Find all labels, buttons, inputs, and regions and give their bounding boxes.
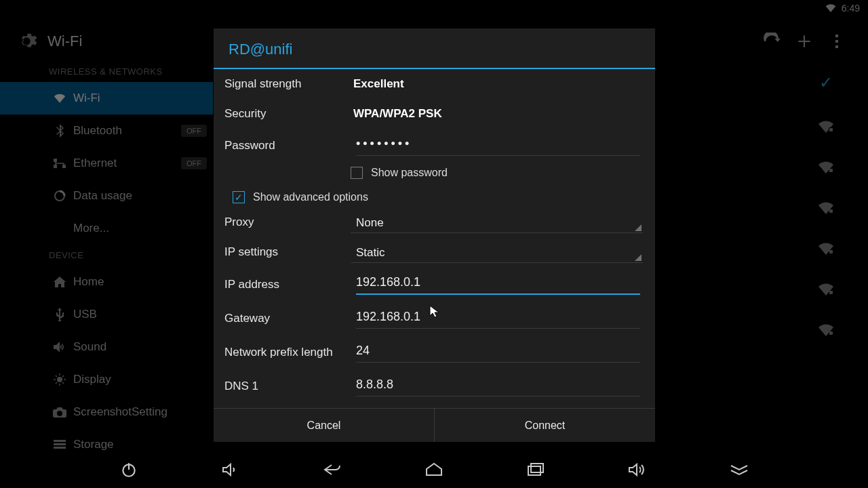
svg-line-19 <box>56 375 57 377</box>
display-icon <box>53 373 66 386</box>
row-dns1: DNS 1 <box>224 369 643 403</box>
svg-rect-9 <box>829 331 833 335</box>
ethernet-icon <box>53 159 66 168</box>
ipsettings-spinner[interactable]: Static <box>351 242 643 263</box>
home-button[interactable] <box>420 456 448 483</box>
svg-rect-12 <box>62 165 66 168</box>
page-title: Wi-Fi <box>47 33 82 50</box>
sidebar-label: Sound <box>73 340 106 354</box>
dialog-title: RD@unifi <box>214 28 655 68</box>
ip-label: IP address <box>224 278 351 291</box>
dns1-input[interactable] <box>356 376 640 396</box>
row-prefix: Network prefix length <box>224 336 643 369</box>
system-navbar <box>0 451 868 488</box>
camera-icon <box>53 407 66 418</box>
off-badge: OFF <box>181 125 207 137</box>
data-usage-icon <box>53 190 66 202</box>
volume-up-button[interactable] <box>624 456 651 483</box>
wifi-lock-icon <box>818 202 834 214</box>
sidebar-item-screenshot[interactable]: ScreenshotSetting <box>0 396 214 428</box>
row-signal: Signal strength Excellent <box>224 69 643 99</box>
svg-line-20 <box>62 382 64 384</box>
sidebar-item-usb[interactable]: USB <box>0 298 214 331</box>
sidebar-label: Wi-Fi <box>73 92 100 105</box>
status-bar: 6:49 <box>0 0 868 16</box>
network-list-icons: ✓ <box>818 73 834 336</box>
recents-button[interactable] <box>522 456 549 483</box>
svg-rect-1 <box>835 40 838 43</box>
password-label: Password <box>224 139 351 152</box>
gateway-input[interactable] <box>356 308 640 329</box>
sound-icon <box>53 342 66 352</box>
sidebar-item-more[interactable]: More... <box>0 212 214 245</box>
row-ip: IP address <box>224 267 643 302</box>
dialog-footer: Cancel Connect <box>214 408 655 442</box>
power-button[interactable] <box>115 456 142 483</box>
svg-rect-29 <box>531 464 543 472</box>
dns1-label: DNS 1 <box>224 380 351 393</box>
signal-value: Excellent <box>351 77 643 91</box>
connect-button[interactable]: Connect <box>435 409 655 442</box>
checkbox-checked-icon: ✓ <box>233 191 245 203</box>
show-password-label: Show password <box>371 167 448 179</box>
ip-input[interactable] <box>356 274 640 295</box>
svg-rect-23 <box>54 440 66 442</box>
sidebar-label: More... <box>73 222 109 235</box>
wifi-status-icon <box>825 4 836 12</box>
svg-rect-2 <box>835 45 838 48</box>
off-badge: OFF <box>181 157 207 169</box>
settings-gear-icon <box>15 30 38 53</box>
section-wireless: WIRELESS & NETWORKS <box>0 61 214 82</box>
svg-rect-10 <box>54 159 57 162</box>
sidebar-item-wifi[interactable]: Wi-Fi <box>0 82 214 115</box>
sidebar-label: Storage <box>73 438 114 451</box>
prefix-input[interactable] <box>356 342 640 363</box>
back-button[interactable] <box>319 456 346 483</box>
sidebar-item-datausage[interactable]: Data usage <box>0 180 214 212</box>
home-icon <box>53 277 66 287</box>
show-password-row[interactable]: Show password <box>224 163 643 183</box>
cancel-button[interactable]: Cancel <box>214 409 434 442</box>
row-security: Security WPA/WPA2 PSK <box>224 99 643 129</box>
svg-rect-4 <box>829 128 833 131</box>
clock: 6:49 <box>842 3 860 14</box>
password-input[interactable] <box>356 136 640 156</box>
svg-rect-25 <box>54 447 66 449</box>
show-advanced-label: Show advanced options <box>253 191 368 203</box>
svg-rect-8 <box>829 291 833 294</box>
overflow-menu-button[interactable] <box>821 25 853 58</box>
sidebar-item-display[interactable]: Display <box>0 363 214 396</box>
signal-label: Signal strength <box>224 77 351 91</box>
sidebar-label: Data usage <box>73 189 132 203</box>
sidebar-label: Home <box>73 275 104 289</box>
ipsettings-label: IP settings <box>224 245 351 259</box>
sidebar-item-ethernet[interactable]: Ethernet OFF <box>0 147 214 180</box>
proxy-spinner[interactable]: None <box>351 212 643 233</box>
sidebar-item-bluetooth[interactable]: Bluetooth OFF <box>0 115 214 147</box>
row-proxy: Proxy None <box>224 207 643 237</box>
svg-rect-0 <box>835 35 838 37</box>
sidebar-item-home[interactable]: Home <box>0 266 214 298</box>
svg-rect-6 <box>829 209 833 213</box>
show-advanced-row[interactable]: ✓ Show advanced options <box>224 187 643 207</box>
wifi-icon <box>53 94 66 103</box>
gateway-label: Gateway <box>224 312 351 325</box>
wifi-lock-icon <box>818 324 834 336</box>
svg-rect-7 <box>829 250 833 253</box>
section-device: DEVICE <box>0 245 214 266</box>
volume-down-button[interactable] <box>217 456 244 483</box>
wifi-lock-icon <box>818 121 834 133</box>
row-gateway: Gateway <box>224 302 643 336</box>
sidebar-item-sound[interactable]: Sound <box>0 331 214 363</box>
svg-point-14 <box>57 377 62 382</box>
sidebar-label: Bluetooth <box>73 124 122 138</box>
sidebar-label: ScreenshotSetting <box>73 405 167 419</box>
checkbox-icon <box>351 167 363 179</box>
wifi-lock-icon <box>818 243 834 255</box>
usb-icon <box>53 308 66 321</box>
svg-rect-24 <box>54 443 66 445</box>
refresh-button[interactable] <box>755 25 788 58</box>
svg-rect-28 <box>528 466 540 475</box>
add-network-button[interactable] <box>788 25 821 58</box>
expand-button[interactable] <box>726 456 753 483</box>
